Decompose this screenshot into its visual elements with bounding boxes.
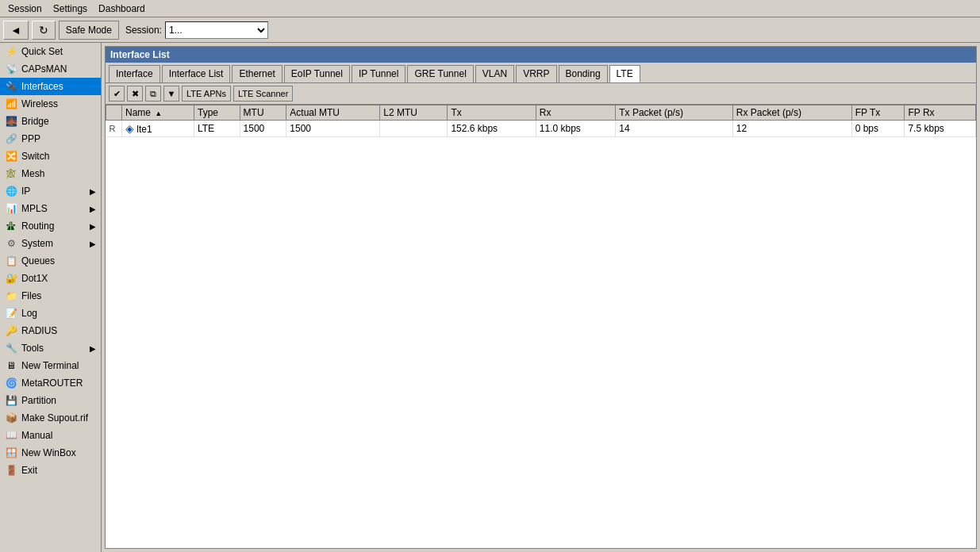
sidebar-item-dot1x[interactable]: 🔐 Dot1X xyxy=(0,270,101,287)
sidebar-label-dot1x: Dot1X xyxy=(21,273,48,284)
col-mtu[interactable]: MTU xyxy=(240,105,286,121)
col-rx[interactable]: Rx xyxy=(536,105,615,121)
sidebar-item-bridge[interactable]: 🌉 Bridge xyxy=(0,113,101,130)
sidebar-item-manual[interactable]: 📖 Manual xyxy=(0,427,101,444)
sidebar-item-metarouter[interactable]: 🌀 MetaROUTER xyxy=(0,374,101,392)
forward-button[interactable]: ↻ xyxy=(32,21,56,40)
col-actual-mtu[interactable]: Actual MTU xyxy=(286,105,380,121)
col-name[interactable]: Name ▲ xyxy=(122,105,194,121)
sidebar-item-queues[interactable]: 📋 Queues xyxy=(0,252,101,270)
tab-gre-tunnel[interactable]: GRE Tunnel xyxy=(407,65,473,82)
row-fp-rx: 7.5 kbps xyxy=(905,121,976,137)
window-toolbar: ✔ ✖ ⧉ ▼ LTE APNs LTE Scanner xyxy=(106,83,976,105)
lte-scanner-button[interactable]: LTE Scanner xyxy=(233,86,293,102)
tab-lte[interactable]: LTE xyxy=(609,65,640,82)
sidebar-item-wireless[interactable]: 📶 Wireless xyxy=(0,95,101,113)
filter-button[interactable]: ▼ xyxy=(163,86,179,102)
sidebar-label-quick-set: Quick Set xyxy=(21,46,63,57)
lte-apns-button[interactable]: LTE APNs xyxy=(182,86,231,102)
ip-icon: 🌐 xyxy=(5,185,17,197)
interface-list-window: Interface List Interface Interface List … xyxy=(105,46,977,549)
capsman-icon: 📡 xyxy=(5,63,17,75)
sidebar-item-partition[interactable]: 💾 Partition xyxy=(0,392,101,409)
window-content: Interface Interface List Ethernet EoIP T… xyxy=(106,63,976,548)
routing-arrow-icon: ▶ xyxy=(90,222,96,231)
sidebar-item-switch[interactable]: 🔀 Switch xyxy=(0,148,101,165)
system-arrow-icon: ▶ xyxy=(90,240,96,248)
system-icon: ⚙ xyxy=(5,237,17,250)
mpls-icon: 📊 xyxy=(5,202,17,215)
sidebar-label-partition: Partition xyxy=(21,395,56,406)
sidebar-item-mesh[interactable]: 🕸 Mesh xyxy=(0,165,101,182)
tab-interface[interactable]: Interface xyxy=(109,65,160,82)
sidebar-item-mpls[interactable]: 📊 MPLS ▶ xyxy=(0,200,101,217)
sidebar-label-metarouter: MetaROUTER xyxy=(21,378,83,389)
quick-set-icon: ⚡ xyxy=(5,45,17,58)
routing-icon: 🛣 xyxy=(5,220,17,232)
sidebar-label-interfaces: Interfaces xyxy=(21,81,63,92)
session-select[interactable]: 1... xyxy=(165,21,268,39)
menu-session[interactable]: Session xyxy=(3,2,47,16)
sidebar-item-new-terminal[interactable]: 🖥 New Terminal xyxy=(0,357,101,374)
sidebar-item-radius[interactable]: 🔑 RADIUS xyxy=(0,322,101,339)
row-fp-tx: 0 bps xyxy=(851,121,905,137)
tab-vrrp[interactable]: VRRP xyxy=(516,65,556,82)
queues-icon: 📋 xyxy=(5,255,17,267)
sidebar-item-new-winbox[interactable]: 🪟 New WinBox xyxy=(0,444,101,462)
col-flag[interactable] xyxy=(106,105,122,121)
row-rx-packet: 12 xyxy=(732,121,851,137)
row-tx: 152.6 kbps xyxy=(448,121,536,137)
manual-icon: 📖 xyxy=(5,429,17,442)
col-fp-rx[interactable]: FP Rx xyxy=(905,105,976,121)
mpls-arrow-icon: ▶ xyxy=(90,205,96,213)
tab-vlan[interactable]: VLAN xyxy=(475,65,514,82)
x-button[interactable]: ✖ xyxy=(127,86,143,102)
interface-table: Name ▲ Type MTU Actual MTU L2 MTU Tx Rx … xyxy=(106,105,976,137)
sidebar: ⚡ Quick Set 📡 CAPsMAN 🔌 Interfaces 📶 Wir… xyxy=(0,43,102,552)
sidebar-item-ppp[interactable]: 🔗 PPP xyxy=(0,130,101,148)
col-tx[interactable]: Tx xyxy=(448,105,536,121)
col-tx-packet[interactable]: Tx Packet (p/s) xyxy=(616,105,733,121)
ppp-icon: 🔗 xyxy=(5,132,17,145)
col-l2-mtu[interactable]: L2 MTU xyxy=(380,105,448,121)
back-button[interactable]: ◄ xyxy=(3,21,29,40)
sidebar-item-routing[interactable]: 🛣 Routing ▶ xyxy=(0,217,101,235)
toolbar: ◄ ↻ Safe Mode Session: 1... xyxy=(0,17,980,43)
safe-mode-button[interactable]: Safe Mode xyxy=(59,21,119,40)
menu-settings[interactable]: Settings xyxy=(48,2,92,16)
content-area: Interface List Interface Interface List … xyxy=(102,43,980,552)
sidebar-item-log[interactable]: 📝 Log xyxy=(0,305,101,322)
sidebar-item-system[interactable]: ⚙ System ▶ xyxy=(0,235,101,252)
tab-ip-tunnel[interactable]: IP Tunnel xyxy=(352,65,405,82)
ip-arrow-icon: ▶ xyxy=(90,187,96,196)
sidebar-item-files[interactable]: 📁 Files xyxy=(0,287,101,305)
col-type[interactable]: Type xyxy=(194,105,240,121)
col-rx-packet[interactable]: Rx Packet (p/s) xyxy=(732,105,851,121)
tab-eoip-tunnel[interactable]: EoIP Tunnel xyxy=(284,65,350,82)
check-button[interactable]: ✔ xyxy=(109,86,125,102)
tab-bonding[interactable]: Bonding xyxy=(559,65,608,82)
sidebar-label-routing: Routing xyxy=(21,220,54,232)
sidebar-label-system: System xyxy=(21,238,53,249)
menu-dashboard[interactable]: Dashboard xyxy=(94,2,150,16)
col-fp-tx[interactable]: FP Tx xyxy=(851,105,905,121)
sidebar-item-ip[interactable]: 🌐 IP ▶ xyxy=(0,182,101,200)
sidebar-item-capsman[interactable]: 📡 CAPsMAN xyxy=(0,60,101,78)
tools-icon: 🔧 xyxy=(5,342,17,355)
table-header-row: Name ▲ Type MTU Actual MTU L2 MTU Tx Rx … xyxy=(106,105,976,121)
sidebar-item-quick-set[interactable]: ⚡ Quick Set xyxy=(0,43,101,60)
sidebar-item-exit[interactable]: 🚪 Exit xyxy=(0,462,101,479)
sidebar-item-interfaces[interactable]: 🔌 Interfaces xyxy=(0,78,101,95)
switch-icon: 🔀 xyxy=(5,150,17,163)
sidebar-item-tools[interactable]: 🔧 Tools ▶ xyxy=(0,339,101,357)
sidebar-item-make-supout[interactable]: 📦 Make Supout.rif xyxy=(0,409,101,427)
row-tx-packet: 14 xyxy=(616,121,733,137)
partition-icon: 💾 xyxy=(5,394,17,407)
table-row[interactable]: R ◈ lte1 LTE 1500 1500 152.6 kbp xyxy=(106,121,976,137)
tools-arrow-icon: ▶ xyxy=(90,344,96,353)
lte-interface-icon: ◈ xyxy=(125,122,134,135)
tab-interface-list[interactable]: Interface List xyxy=(162,65,231,82)
copy-button[interactable]: ⧉ xyxy=(145,86,161,102)
row-rx: 11.0 kbps xyxy=(536,121,615,137)
tab-ethernet[interactable]: Ethernet xyxy=(232,65,282,82)
